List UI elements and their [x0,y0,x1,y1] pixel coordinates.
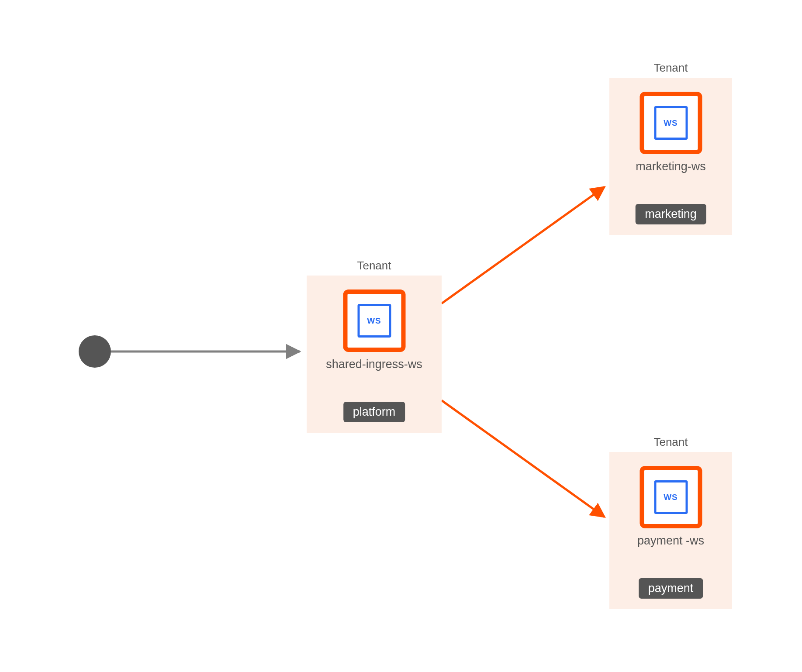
workspace-icon: WS [640,92,702,154]
tenant-payment: Tenant WS payment -ws payment [609,452,732,609]
workspace-name: marketing-ws [609,160,732,173]
tenant-title: Tenant [307,259,442,272]
tenant-title: Tenant [609,61,732,75]
workspace-icon: WS [640,466,702,528]
workspace-icon: WS [343,289,405,352]
tenant-platform: Tenant WS shared-ingress-ws platform [307,276,442,433]
workspace-name: payment -ws [609,534,732,548]
start-node [79,335,111,368]
tenant-tag: platform [343,402,405,422]
ws-badge-text: WS [664,118,678,128]
workspace-name: shared-ingress-ws [307,358,442,371]
diagram-canvas: Tenant WS shared-ingress-ws platform Ten… [0,0,802,672]
tenant-tag: payment [639,578,703,599]
tenant-marketing: Tenant WS marketing-ws marketing [609,78,732,235]
tenant-title: Tenant [609,435,732,449]
ws-badge-text: WS [664,493,678,502]
tenant-tag: marketing [635,204,706,224]
edge-platform-to-payment [442,400,605,517]
edge-platform-to-marketing [442,187,605,303]
ws-badge-text: WS [367,316,381,326]
